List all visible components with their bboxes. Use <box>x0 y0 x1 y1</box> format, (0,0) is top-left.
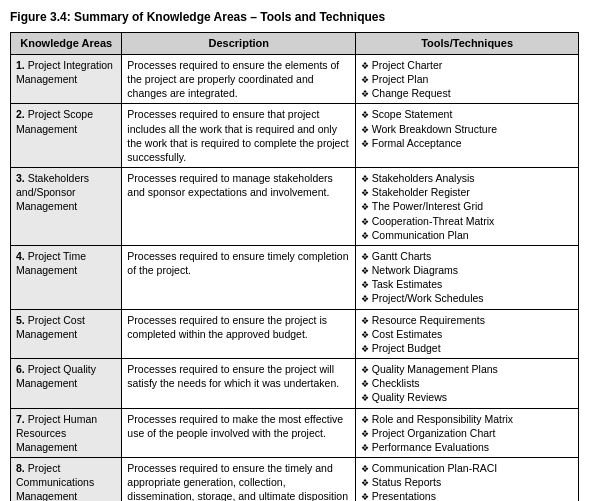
area-number: 8. <box>16 462 25 474</box>
tool-item: Role and Responsibility Matrix <box>361 412 573 426</box>
area-number: 6. <box>16 363 25 375</box>
description-cell: Processes required to ensure timely comp… <box>122 245 356 309</box>
figure-title: Figure 3.4: Summary of Knowledge Areas –… <box>10 10 579 24</box>
knowledge-areas-table: Knowledge Areas Description Tools/Techni… <box>10 32 579 501</box>
table-row: 8. Project Communications ManagementProc… <box>11 458 579 501</box>
table-row: 1. Project Integration ManagementProcess… <box>11 54 579 104</box>
table-row: 5. Project Cost ManagementProcesses requ… <box>11 309 579 359</box>
tool-item: Cost Estimates <box>361 327 573 341</box>
tool-item: Cooperation-Threat Matrix <box>361 214 573 228</box>
table-row: 7. Project Human Resources ManagementPro… <box>11 408 579 458</box>
tool-item: Project Organization Chart <box>361 426 573 440</box>
tools-cell: Communication Plan-RACIStatus ReportsPre… <box>356 458 579 501</box>
tools-cell: Gantt ChartsNetwork DiagramsTask Estimat… <box>356 245 579 309</box>
tool-item: Communication Plan <box>361 228 573 242</box>
col-header-description: Description <box>122 33 356 55</box>
area-number: 4. <box>16 250 25 262</box>
tool-item: Quality Management Plans <box>361 362 573 376</box>
tool-item: Work Breakdown Structure <box>361 122 573 136</box>
area-number: 7. <box>16 413 25 425</box>
area-number: 2. <box>16 108 25 120</box>
table-header-row: Knowledge Areas Description Tools/Techni… <box>11 33 579 55</box>
table-row: 3. Stakeholders and/Sponsor ManagementPr… <box>11 168 579 246</box>
knowledge-area-cell: 5. Project Cost Management <box>11 309 122 359</box>
table-row: 4. Project Time ManagementProcesses requ… <box>11 245 579 309</box>
tool-item: Project Charter <box>361 58 573 72</box>
tools-cell: Role and Responsibility MatrixProject Or… <box>356 408 579 458</box>
tool-item: Stakeholder Register <box>361 185 573 199</box>
description-cell: Processes required to ensure the element… <box>122 54 356 104</box>
description-cell: Processes required to ensure the project… <box>122 309 356 359</box>
knowledge-area-cell: 6. Project Quality Management <box>11 359 122 409</box>
area-number: 1. <box>16 59 25 71</box>
tool-item: Gantt Charts <box>361 249 573 263</box>
tools-cell: Project CharterProject PlanChange Reques… <box>356 54 579 104</box>
description-cell: Processes required to make the most effe… <box>122 408 356 458</box>
tool-item: The Power/Interest Grid <box>361 199 573 213</box>
knowledge-area-cell: 7. Project Human Resources Management <box>11 408 122 458</box>
tool-item: Presentations <box>361 489 573 501</box>
tools-cell: Quality Management PlansChecklistsQualit… <box>356 359 579 409</box>
knowledge-area-cell: 8. Project Communications Management <box>11 458 122 501</box>
description-cell: Processes required to ensure the project… <box>122 359 356 409</box>
table-row: 2. Project Scope ManagementProcesses req… <box>11 104 579 168</box>
tool-item: Scope Statement <box>361 107 573 121</box>
description-cell: Processes required to ensure that projec… <box>122 104 356 168</box>
tool-item: Performance Evaluations <box>361 440 573 454</box>
col-header-areas: Knowledge Areas <box>11 33 122 55</box>
tools-cell: Scope StatementWork Breakdown StructureF… <box>356 104 579 168</box>
tool-item: Change Request <box>361 86 573 100</box>
tool-item: Project/Work Schedules <box>361 291 573 305</box>
tool-item: Status Reports <box>361 475 573 489</box>
description-cell: Processes required to manage stakeholder… <box>122 168 356 246</box>
tool-item: Task Estimates <box>361 277 573 291</box>
tool-item: Project Plan <box>361 72 573 86</box>
area-number: 3. <box>16 172 25 184</box>
knowledge-area-cell: 1. Project Integration Management <box>11 54 122 104</box>
col-header-tools: Tools/Techniques <box>356 33 579 55</box>
tool-item: Stakeholders Analysis <box>361 171 573 185</box>
tools-cell: Resource RequirementsCost EstimatesProje… <box>356 309 579 359</box>
tool-item: Quality Reviews <box>361 390 573 404</box>
knowledge-area-cell: 4. Project Time Management <box>11 245 122 309</box>
tool-item: Resource Requirements <box>361 313 573 327</box>
tool-item: Project Budget <box>361 341 573 355</box>
knowledge-area-cell: 2. Project Scope Management <box>11 104 122 168</box>
area-number: 5. <box>16 314 25 326</box>
table-row: 6. Project Quality ManagementProcesses r… <box>11 359 579 409</box>
tool-item: Checklists <box>361 376 573 390</box>
tools-cell: Stakeholders AnalysisStakeholder Registe… <box>356 168 579 246</box>
tool-item: Communication Plan-RACI <box>361 461 573 475</box>
knowledge-area-cell: 3. Stakeholders and/Sponsor Management <box>11 168 122 246</box>
tool-item: Network Diagrams <box>361 263 573 277</box>
description-cell: Processes required to ensure the timely … <box>122 458 356 501</box>
tool-item: Formal Acceptance <box>361 136 573 150</box>
